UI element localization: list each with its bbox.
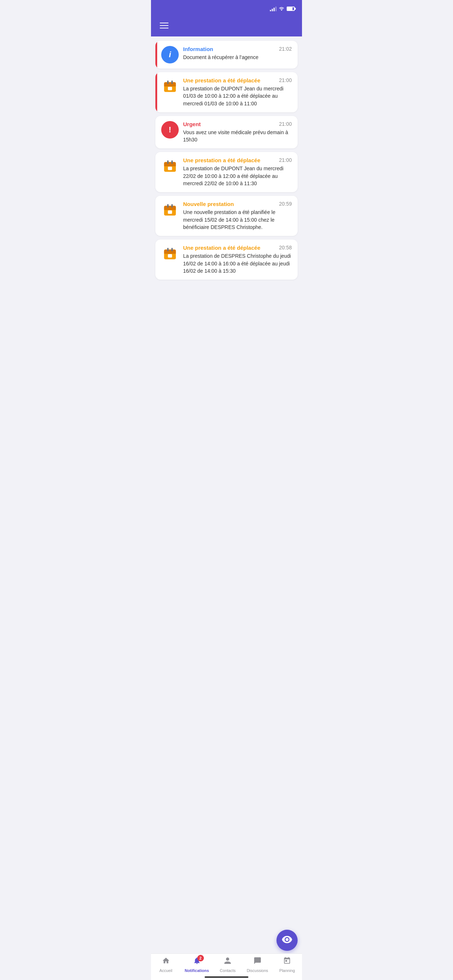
urgent-icon: ! [161,121,179,138]
svg-rect-4 [167,81,169,84]
notification-card[interactable]: Une prestation a été déplacée 20:58 La p… [155,240,298,280]
status-icons [270,6,295,12]
calendar-icon [161,245,179,262]
notification-content: Une prestation a été déplacée 21:00 La p… [183,157,292,187]
svg-rect-15 [168,210,172,214]
svg-rect-8 [164,165,176,167]
notification-content: Urgent 21:00 Vous avez une visite médica… [183,121,292,144]
hamburger-button[interactable] [158,21,170,30]
notification-card[interactable]: ! Urgent 21:00 Vous avez une visite médi… [155,116,298,149]
notification-content: Nouvelle prestation 20:59 Une nouvelle p… [183,201,292,231]
notif-body: Document à récupérer à l'agence [183,54,292,61]
svg-rect-11 [171,161,173,164]
calendar-icon [161,201,179,218]
notification-content: Information 21:02 Document à récupérer à… [183,46,292,61]
notif-header-row: Une prestation a été déplacée 21:00 [183,77,292,83]
svg-rect-17 [171,204,173,208]
notif-body: La prestation de DUPONT Jean du mercredi… [183,165,292,187]
svg-rect-21 [168,254,172,258]
svg-rect-10 [167,161,169,164]
wifi-icon [279,6,284,12]
signal-icon [270,6,276,11]
notif-title: Une prestation a été déplacée [183,77,260,83]
notif-body: Vous avez une visite médicale prévu dema… [183,129,292,144]
notif-time: 20:59 [279,201,292,207]
notif-header-row: Nouvelle prestation 20:59 [183,201,292,207]
notif-title: Une prestation a été déplacée [183,157,260,163]
svg-rect-22 [167,248,169,251]
notif-title: Urgent [183,121,201,127]
notification-card[interactable]: Nouvelle prestation 20:59 Une nouvelle p… [155,196,298,236]
svg-rect-9 [168,167,172,170]
calendar-icon [161,77,179,95]
notification-card[interactable]: Une prestation a été déplacée 21:00 La p… [155,72,298,112]
notification-card[interactable]: i Information 21:02 Document à récupérer… [155,41,298,68]
notif-time: 21:00 [279,157,292,163]
notification-card[interactable]: Une prestation a été déplacée 21:00 La p… [155,152,298,192]
notif-time: 20:58 [279,245,292,250]
notification-content: Une prestation a été déplacée 21:00 La p… [183,77,292,107]
notif-body: La prestation de DUPONT Jean du mercredi… [183,85,292,107]
notifications-list: i Information 21:02 Document à récupérer… [151,37,302,309]
svg-rect-2 [164,85,176,86]
notif-header-row: Une prestation a été déplacée 20:58 [183,245,292,251]
notif-title: Une prestation a été déplacée [183,245,260,251]
notif-header-row: Urgent 21:00 [183,121,292,127]
svg-rect-20 [164,252,176,254]
notification-content: Une prestation a été déplacée 20:58 La p… [183,245,292,275]
svg-rect-23 [171,248,173,251]
svg-rect-14 [164,209,176,210]
notif-header-row: Information 21:02 [183,46,292,52]
notif-time: 21:00 [279,77,292,83]
svg-rect-5 [171,81,173,84]
status-bar [151,0,302,16]
app-header [151,16,302,37]
battery-icon [287,6,295,11]
notif-time: 21:00 [279,121,292,127]
info-icon: i [161,46,179,64]
svg-rect-3 [168,87,172,91]
calendar-icon [161,157,179,175]
svg-rect-16 [167,204,169,208]
notif-body: Une nouvelle prestation a été planifiée … [183,208,292,231]
notif-title: Nouvelle prestation [183,201,234,207]
notif-time: 21:02 [279,46,292,52]
notif-body: La prestation de DESPRES Christophe du j… [183,252,292,275]
notif-title: Information [183,46,214,52]
notif-header-row: Une prestation a été déplacée 21:00 [183,157,292,163]
